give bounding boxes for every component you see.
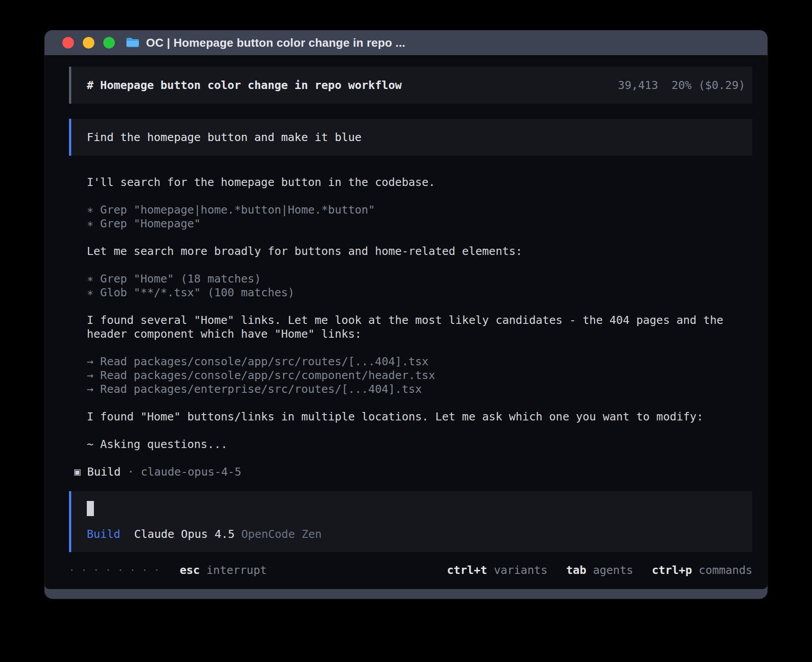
tool-call-group: ∗ Grep "homepage|home.*button|Home.*butt… [87,203,752,230]
assistant-message: I found "Home" buttons/links in multiple… [87,410,752,424]
close-button[interactable] [62,37,74,48]
assistant-message: Let me search more broadly for buttons a… [87,244,752,258]
agent-separator: · [127,465,134,479]
agents-label: agents [593,564,633,577]
agents-hint: tab agents [566,564,633,577]
terminal-window: OC | Homepage button color change in rep… [45,30,767,599]
titlebar: OC | Homepage button color change in rep… [45,30,767,55]
zoom-button[interactable] [103,37,115,48]
terminal-content: # Homepage button color change in repo w… [45,55,767,589]
ctrl-p-key: ctrl+p [652,564,692,577]
folder-icon [126,37,140,48]
input-provider-label: OpenCode Zen [241,528,322,541]
status-left: · · · · · · · · esc interrupt [69,564,267,577]
read-tool-call: → Read packages/console/app/src/componen… [87,368,752,382]
session-stats: 39,413 20% ($0.29) [618,79,745,92]
assistant-message: I'll search for the homepage button in t… [87,175,752,189]
esc-key-label: interrupt [207,564,267,577]
token-count: 39,413 [618,79,658,92]
variants-hint: ctrl+t variants [447,564,548,577]
tab-key: tab [566,564,586,577]
variants-label: variants [494,564,547,577]
agent-status-line: ▣ Build · claude-opus-4-5 [74,465,752,479]
input-model-label[interactable]: Claude Opus 4.5 [134,528,235,541]
session-title: # Homepage button color change in repo w… [87,79,402,92]
grep-tool-call: ∗ Grep "Home" (18 matches) [87,272,752,286]
status-right: ctrl+t variants tab agents ctrl+p comman… [447,564,752,577]
session-header: # Homepage button color change in repo w… [69,67,752,104]
prompt-input[interactable]: Build Claude Opus 4.5 OpenCode Zen [69,491,752,552]
agent-icon: ▣ [74,465,81,479]
conversation: I'll search for the homepage button in t… [69,175,752,479]
user-message: Find the homepage button and make it blu… [69,119,752,156]
context-usage: 20% ($0.29) [671,79,745,92]
input-meta: Build Claude Opus 4.5 OpenCode Zen [87,528,745,541]
minimize-button[interactable] [83,37,94,48]
status-bar: · · · · · · · · esc interrupt ctrl+t var… [69,564,752,577]
commands-hint: ctrl+p commands [652,564,752,577]
window-title: OC | Homepage button color change in rep… [146,36,406,50]
read-tool-group: → Read packages/console/app/src/routes/[… [87,355,752,396]
tool-call-group: ∗ Grep "Home" (18 matches) ∗ Glob "**/*.… [87,272,752,299]
grep-tool-call: ∗ Grep "Homepage" [87,217,752,230]
ctrl-t-key: ctrl+t [447,564,487,577]
traffic-lights [62,37,115,48]
agent-name: Build [87,465,121,479]
read-tool-call: → Read packages/enterprise/src/routes/[.… [87,382,752,396]
assistant-message: I found several "Home" links. Let me loo… [87,313,752,341]
glob-tool-call: ∗ Glob "**/*.tsx" (100 matches) [87,286,752,299]
stats-gap [658,79,671,92]
spinner-dots: · · · · · · · · [69,565,160,576]
input-agent-label[interactable]: Build [87,528,120,541]
commands-label: commands [699,564,752,577]
asking-status: ~ Asking questions... [87,437,752,451]
grep-tool-call: ∗ Grep "homepage|home.*button|Home.*butt… [87,203,752,217]
agent-model-name: claude-opus-4-5 [141,465,241,479]
read-tool-call: → Read packages/console/app/src/routes/[… [87,355,752,368]
esc-key-hint: esc [180,564,200,577]
text-cursor [87,501,94,516]
